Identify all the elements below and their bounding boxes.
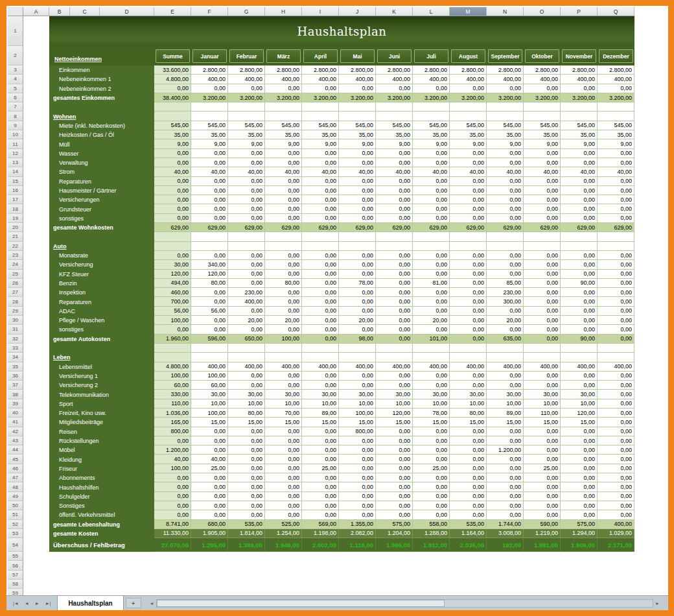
cell[interactable] (23, 335, 49, 344)
cell[interactable] (302, 344, 339, 353)
cell[interactable]: 0,00 (265, 214, 302, 223)
cell[interactable]: 0,00 (561, 501, 598, 510)
cell[interactable]: 0,00 (413, 195, 450, 204)
cell[interactable]: 0,00 (524, 177, 561, 186)
cell[interactable]: 0,00 (413, 436, 450, 445)
cell[interactable]: 15,00 (561, 418, 598, 427)
row-header-36[interactable]: 36 (8, 372, 23, 381)
cell[interactable]: 0,00 (339, 436, 376, 445)
cell[interactable]: 0,00 (561, 427, 598, 436)
cell[interactable]: 0,00 (228, 158, 265, 167)
cell[interactable]: 0,00 (376, 445, 413, 455)
cell[interactable]: 0,00 (339, 158, 376, 167)
cell[interactable] (23, 445, 49, 455)
cell[interactable]: 80,00 (450, 409, 487, 418)
cell[interactable]: 10,00 (450, 399, 487, 409)
cell[interactable]: 0,00 (413, 270, 450, 279)
cell[interactable]: 9,00 (487, 139, 524, 148)
column-header-M[interactable]: M (450, 7, 487, 16)
cell[interactable]: 0,00 (228, 473, 265, 482)
cell[interactable]: 0,00 (524, 381, 561, 390)
month-header-november[interactable]: November (561, 46, 598, 65)
cell[interactable]: 9,00 (191, 139, 228, 148)
row-header-16[interactable]: 16 (8, 186, 23, 195)
cell[interactable]: 0,00 (265, 158, 302, 167)
cell[interactable]: 0,00 (598, 195, 634, 204)
cell[interactable] (23, 399, 49, 409)
cell[interactable]: 15,00 (450, 418, 487, 427)
cell[interactable]: 0,00 (302, 427, 339, 436)
cell[interactable]: 0,00 (376, 84, 413, 93)
cell[interactable]: 0,00 (450, 186, 487, 195)
cell[interactable]: 0,00 (191, 445, 228, 455)
cell[interactable]: 0,00 (191, 195, 228, 204)
column-header-Q[interactable]: Q (598, 7, 634, 16)
cell[interactable]: 400,00 (228, 362, 265, 372)
cell[interactable] (23, 552, 49, 561)
cell[interactable]: 0,00 (302, 177, 339, 186)
cell[interactable]: 35,00 (561, 130, 598, 139)
cell[interactable]: 0,00 (302, 204, 339, 213)
cell[interactable]: 0,00 (265, 149, 302, 158)
cell[interactable]: 27.070,00 (154, 538, 191, 552)
cell[interactable] (23, 372, 49, 381)
cell[interactable]: 30,00 (450, 390, 487, 399)
cell[interactable]: 575,00 (376, 520, 413, 529)
cell[interactable] (339, 232, 376, 241)
cell[interactable] (23, 130, 49, 139)
row-header-28[interactable]: 28 (8, 297, 23, 306)
cell[interactable]: 0,00 (339, 270, 376, 279)
cell[interactable]: 0,00 (302, 84, 339, 93)
cell[interactable]: 3.200,00 (450, 93, 487, 102)
cell[interactable] (23, 177, 49, 186)
month-header-januar[interactable]: Januar (191, 46, 228, 65)
cell[interactable] (23, 427, 49, 436)
cell[interactable]: 0,00 (450, 214, 487, 223)
cell[interactable]: 0,00 (376, 279, 413, 288)
cell[interactable]: 40,00 (413, 167, 450, 176)
cell[interactable]: 35,00 (413, 130, 450, 139)
cell[interactable]: 0,00 (154, 204, 191, 213)
cell[interactable] (23, 16, 49, 46)
cell[interactable]: 25,00 (191, 464, 228, 473)
row-header-21[interactable]: 21 (8, 232, 23, 241)
cell[interactable]: 400,00 (376, 362, 413, 372)
cell[interactable]: 40,00 (154, 455, 191, 464)
cell[interactable]: 0,00 (561, 158, 598, 167)
cell[interactable]: 0,00 (191, 436, 228, 445)
row-header-27[interactable]: 27 (8, 288, 23, 297)
cell[interactable]: 0,00 (376, 186, 413, 195)
cell[interactable]: 0,00 (228, 482, 265, 492)
cell[interactable]: 0,00 (302, 381, 339, 390)
cell[interactable] (228, 112, 265, 121)
cell[interactable]: 400,00 (191, 75, 228, 84)
cell[interactable]: 0,00 (339, 251, 376, 260)
cell[interactable]: 0,00 (265, 251, 302, 260)
cell[interactable]: 0,00 (191, 149, 228, 158)
cell[interactable]: 635,00 (487, 335, 524, 344)
cell[interactable]: 0,00 (450, 251, 487, 260)
cell[interactable]: 120,00 (191, 270, 228, 279)
cell[interactable]: 15,00 (265, 418, 302, 427)
cell[interactable]: 0,00 (413, 297, 450, 306)
cell[interactable]: 78,00 (413, 409, 450, 418)
cell[interactable] (23, 316, 49, 325)
cell[interactable] (23, 251, 49, 260)
cell[interactable]: 40,00 (450, 167, 487, 176)
cell[interactable]: 0,00 (376, 149, 413, 158)
cell[interactable]: 0,00 (413, 445, 450, 455)
cell[interactable] (23, 167, 49, 176)
cell[interactable]: 0,00 (302, 316, 339, 325)
cell[interactable]: 120,00 (154, 270, 191, 279)
cell[interactable]: 629,00 (413, 223, 450, 232)
cell[interactable] (487, 112, 524, 121)
first-sheet-icon[interactable]: |◄ (13, 601, 19, 606)
cell[interactable] (191, 242, 228, 251)
row-header-8[interactable]: 8 (8, 112, 23, 121)
cell[interactable]: 0,00 (228, 251, 265, 260)
cell[interactable]: 30,00 (376, 390, 413, 399)
row-header-6[interactable]: 6 (8, 93, 23, 102)
cell[interactable]: 3.200,00 (413, 93, 450, 102)
cell[interactable]: 40,00 (302, 167, 339, 176)
cell[interactable]: 56,00 (154, 307, 191, 316)
